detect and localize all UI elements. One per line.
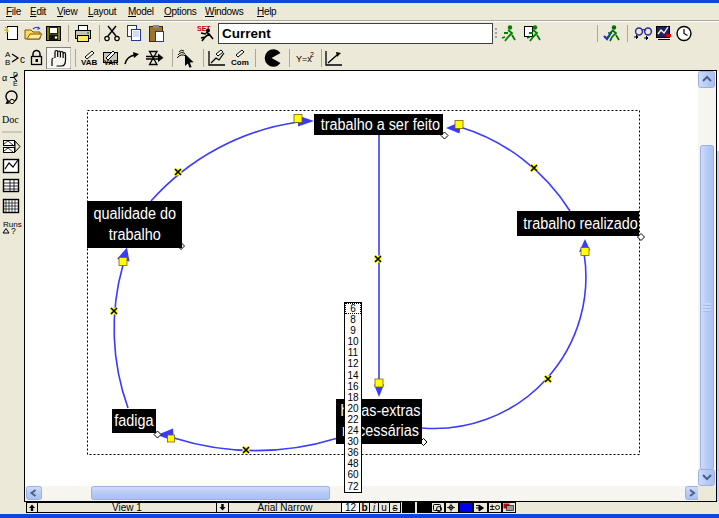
svg-text:E: E [13,80,18,87]
svg-text:VAB: VAB [81,58,98,67]
svg-text:Doc: Doc [2,114,19,125]
svg-text:c: c [20,54,25,65]
svg-text:VAR: VAR [104,59,118,66]
svg-text:D: D [13,71,18,78]
svg-text:2: 2 [310,51,314,58]
svg-text:Com: Com [231,58,249,67]
svg-text:?: ? [11,226,16,236]
svg-text:α: α [2,73,7,83]
svg-text:B: B [5,58,10,67]
